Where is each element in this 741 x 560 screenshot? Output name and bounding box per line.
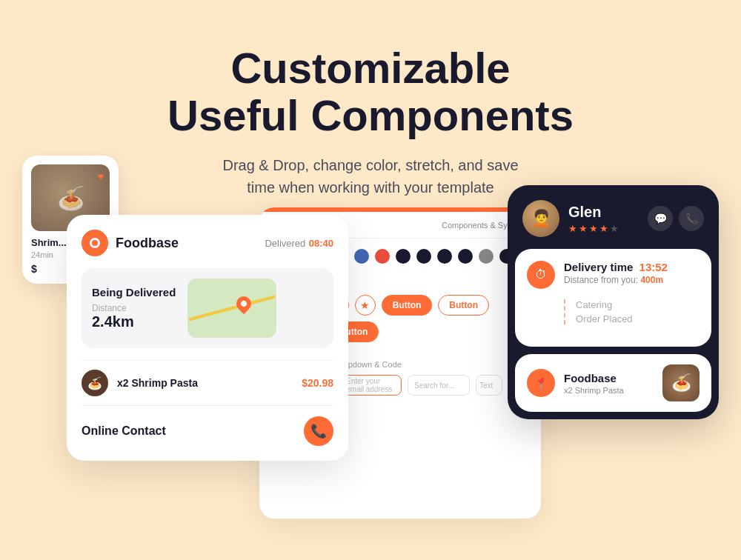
delivery-status-box: Being Delivered Distance 2.4km [82, 268, 333, 348]
footer-brand-item: x2 Shrimp Pasta [564, 386, 624, 395]
hero-title: Customizable Useful Components [0, 44, 741, 139]
heart-icon: ♥ [98, 170, 104, 182]
order-item-price: $20.98 [302, 377, 333, 389]
mock-input-2[interactable]: Enter your email address [339, 375, 402, 396]
icon-dot-5 [354, 249, 369, 264]
icon-dot-7 [396, 249, 411, 264]
footer-food-image: 🍝 [662, 364, 700, 401]
brand-footer-info: Foodbase x2 Shrimp Pasta [564, 372, 624, 395]
delivery-time-label: Delivery time 13:52 [564, 261, 668, 273]
action-icons: 💬 📞 [648, 206, 704, 231]
status-catering: Catering [576, 299, 700, 310]
map-preview [187, 279, 276, 338]
brand-name: Foodbase [116, 236, 265, 251]
status-order-placed: Order Placed [576, 313, 700, 324]
delivery-time-info: Delivery time 13:52 Distance from you: 4… [564, 261, 668, 285]
brand-logo [82, 230, 108, 256]
delivery-time-card: ⏱ Delivery time 13:52 Distance from you:… [515, 249, 711, 347]
brand-logo-inner [90, 238, 100, 248]
order-item-row: 🍝 x2 Shrimp Pasta $20.98 [82, 360, 333, 405]
delivered-label: Delivered [265, 238, 305, 249]
delivery-info: Being Delivered Distance 2.4km [92, 286, 176, 330]
delivery-time-value: 13:52 [639, 261, 668, 273]
icon-dot-10 [458, 249, 473, 264]
delivered-time: 08:40 [309, 238, 333, 249]
component-button-outline-2[interactable]: Button [438, 295, 489, 316]
map-pin [233, 293, 254, 314]
delivery-card: Foodbase Delivered 08:40 Being Delivered… [67, 215, 348, 461]
contact-label: Online Contact [82, 424, 304, 438]
distance-value: 2.4km [92, 313, 176, 330]
icon-dot-9 [437, 249, 452, 264]
driver-info: Glen ★ ★ ★ ★ ★ [568, 204, 639, 234]
chat-button[interactable]: 💬 [648, 206, 673, 231]
delivery-time-row: ⏱ Delivery time 13:52 Distance from you:… [527, 261, 700, 289]
footer-brand-name: Foodbase [564, 372, 624, 384]
mock-input-text[interactable]: Text [476, 375, 502, 396]
icon-dot-11 [479, 249, 494, 264]
driver-stars: ★ ★ ★ ★ ★ [568, 223, 639, 234]
icon-dot-6 [375, 249, 390, 264]
distance-detail: Distance from you: 400m [564, 275, 668, 285]
order-item-name: x2 Shrimp Pasta [117, 377, 302, 389]
driver-card: 🧑‍🦱 Glen ★ ★ ★ ★ ★ 💬 📞 ⏱ [508, 185, 719, 419]
call-button[interactable]: 📞 [679, 206, 704, 231]
star-3: ★ [589, 223, 598, 234]
delivery-card-header: Foodbase Delivered 08:40 [82, 230, 333, 256]
location-icon: 📍 [527, 369, 555, 397]
driver-avatar: 🧑‍🦱 [522, 200, 559, 237]
star-4: ★ [599, 223, 608, 234]
star-2: ★ [579, 223, 588, 234]
star-5: ★ [610, 223, 619, 234]
component-icon-btn-2[interactable]: ★ [355, 295, 376, 316]
driver-name: Glen [568, 204, 639, 221]
status-timeline: Catering Order Placed [564, 299, 700, 324]
icon-dot-8 [416, 249, 431, 264]
driver-card-header: 🧑‍🦱 Glen ★ ★ ★ ★ ★ 💬 📞 [508, 185, 719, 249]
map-road [189, 296, 276, 321]
contact-row: Online Contact 📞 [82, 405, 333, 446]
clock-icon: ⏱ [527, 261, 555, 289]
distance-label: Distance [92, 303, 176, 313]
star-1: ★ [568, 223, 577, 234]
mock-input-search[interactable]: Search for... [408, 375, 470, 396]
distance-highlight: 400m [640, 275, 663, 285]
brand-footer-card: 📍 Foodbase x2 Shrimp Pasta 🍝 [515, 354, 711, 412]
component-button-filled-1[interactable]: Button [382, 295, 433, 316]
page-background: Customizable Useful Components Drag & Dr… [0, 0, 741, 560]
order-item-image: 🍝 [82, 370, 108, 396]
being-delivered-label: Being Delivered [92, 286, 176, 299]
phone-button[interactable]: 📞 [304, 416, 333, 446]
